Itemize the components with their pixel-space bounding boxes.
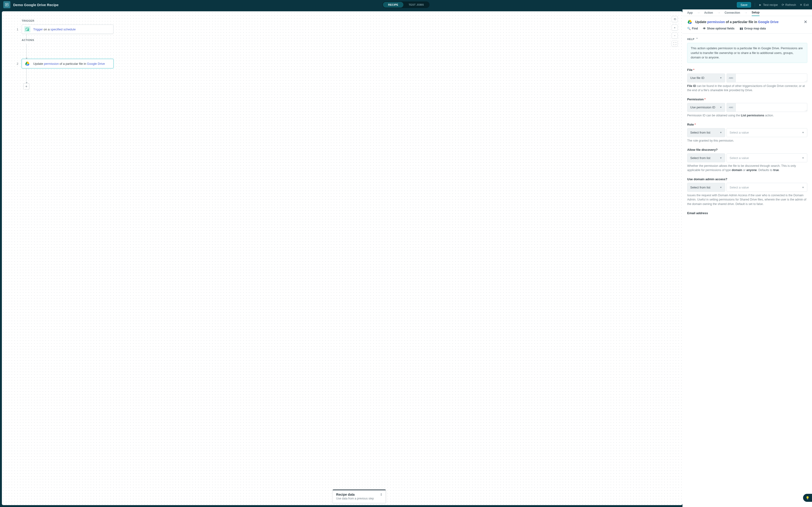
exit-label: Exit bbox=[804, 3, 809, 7]
page-title: Demo Google Drive Recipe bbox=[13, 3, 59, 7]
topbar-actions: Save ► Test recipe ⟳ Refresh ✕ Exit bbox=[737, 2, 809, 7]
exit-button[interactable]: ✕ Exit bbox=[800, 3, 809, 7]
test-recipe-label: Test recipe bbox=[763, 3, 778, 7]
play-icon: ► bbox=[759, 3, 762, 7]
separator bbox=[755, 3, 755, 7]
tab-recipe[interactable]: RECIPE bbox=[383, 2, 403, 7]
close-icon: ✕ bbox=[800, 3, 802, 7]
tab-test-jobs[interactable]: TEST JOBS bbox=[403, 2, 429, 7]
topbar: Demo Google Drive Recipe RECIPE TEST JOB… bbox=[0, 0, 812, 9]
mode-toggle: RECIPE TEST JOBS bbox=[382, 1, 430, 8]
tab-setup[interactable]: Setup bbox=[752, 9, 759, 10]
refresh-button[interactable]: ⟳ Refresh bbox=[782, 3, 796, 7]
save-button[interactable]: Save bbox=[737, 2, 751, 7]
test-recipe-button[interactable]: ► Test recipe bbox=[759, 3, 778, 7]
refresh-icon: ⟳ bbox=[782, 3, 784, 7]
recipe-doc-icon bbox=[3, 1, 10, 8]
refresh-label: Refresh bbox=[786, 3, 796, 7]
